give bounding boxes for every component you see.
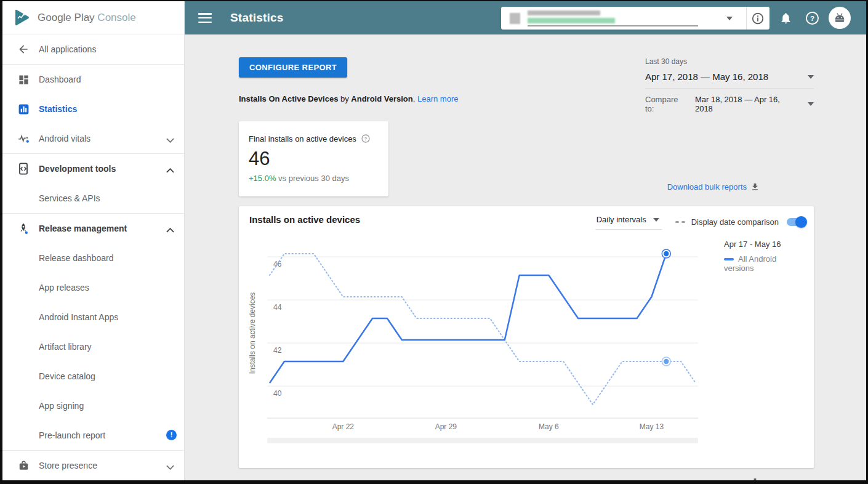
date-range-label: Last 30 days	[645, 57, 814, 66]
svg-text:?: ?	[810, 14, 814, 22]
compare-value: Mar 18, 2018 — Apr 16, 2018	[695, 95, 799, 113]
info-icon[interactable]	[747, 6, 770, 31]
menu-icon[interactable]	[198, 13, 212, 23]
sidebar-item-app-releases[interactable]: App releases	[2, 273, 184, 302]
report-subtitle: Installs On Active Devices by Android Ve…	[239, 94, 458, 103]
google-play-console-logo: Google Play Console	[2, 1, 184, 34]
dropdown-caret-icon[interactable]	[726, 17, 733, 20]
svg-text:40: 40	[273, 389, 282, 398]
date-comparison-toggle[interactable]	[787, 218, 805, 226]
svg-text:May 13: May 13	[640, 422, 664, 431]
download-bulk-reports: Download bulk reports	[185, 182, 760, 192]
toggle-knob	[795, 216, 807, 228]
top-app-bar: Statistics ?	[185, 1, 866, 34]
date-range-value: Apr 17, 2018 — May 16, 2018	[645, 71, 768, 82]
svg-text:Apr 29: Apr 29	[435, 422, 457, 431]
download-bulk-reports-link-2[interactable]: Download bulk reports	[669, 479, 748, 484]
chevron-down-icon[interactable]	[166, 461, 174, 472]
interval-dropdown[interactable]: Daily intervals	[595, 214, 662, 230]
help-icon[interactable]: ?	[800, 6, 824, 30]
dotted-line-icon	[675, 220, 686, 224]
chevron-up-icon[interactable]	[166, 164, 174, 175]
compare-label: Compare to:	[645, 95, 689, 113]
sidebar-item-statistics[interactable]: Statistics	[2, 94, 184, 124]
date-comparison-label: Display date comparison	[691, 217, 779, 227]
learn-more-link[interactable]: Learn more	[417, 94, 458, 103]
sidebar-item-development-tools[interactable]: Development tools	[2, 154, 184, 184]
sidebar-item-release-management[interactable]: Release management	[2, 214, 184, 243]
sidebar-item-release-dashboard[interactable]: Release dashboard	[2, 243, 184, 273]
sidebar-item-store-presence[interactable]: Store presence	[2, 451, 184, 480]
release-management-icon	[17, 222, 30, 235]
alert-badge: !	[166, 430, 177, 440]
sidebar-item-dashboard[interactable]: Dashboard	[2, 65, 184, 94]
date-range-block: Last 30 days Apr 17, 2018 — May 16, 2018…	[645, 57, 814, 113]
notifications-bell-icon[interactable]	[773, 6, 798, 30]
dashboard-icon	[17, 74, 30, 86]
dropdown-caret-icon	[653, 218, 659, 222]
dropdown-caret-icon	[808, 102, 814, 106]
sidebar-item-label: Device catalog	[39, 371, 95, 381]
logo-wordmark: Google Play Console	[38, 12, 136, 24]
sidebar-item-label: Pre-launch report	[39, 430, 105, 440]
android-vitals-icon	[17, 132, 30, 145]
compare-selector[interactable]: Compare to: Mar 18, 2018 — Apr 16, 2018	[645, 89, 814, 113]
chevron-up-icon[interactable]	[166, 224, 174, 235]
svg-text:44: 44	[273, 303, 282, 312]
sidebar-item-label: Statistics	[39, 104, 77, 114]
summary-card-title: Final installs on active devices ?	[249, 134, 379, 143]
legend-series: All Android versions	[724, 254, 804, 273]
sidebar-item-app-signing[interactable]: App signing	[2, 391, 184, 421]
dropdown-caret-icon	[808, 75, 814, 79]
sidebar-item-label: All applications	[39, 44, 96, 54]
summary-value: 46	[249, 148, 379, 170]
app-selector[interactable]	[501, 7, 770, 30]
sidebar-item-label: App signing	[39, 401, 84, 411]
configure-report-button[interactable]: CONFIGURE REPORT	[239, 57, 347, 78]
page-title: Statistics	[230, 11, 283, 25]
legend-period: Apr 17 - May 16	[724, 240, 804, 249]
help-circle-icon[interactable]: ?	[361, 134, 371, 143]
svg-text:Apr 22: Apr 22	[332, 422, 355, 431]
sidebar-item-label: Release management	[39, 224, 127, 233]
app-name-redacted	[528, 10, 698, 26]
sidebar-item-label: Services & APIs	[39, 193, 100, 203]
svg-text:?: ?	[364, 136, 367, 142]
sidebar-item-device-catalog[interactable]: Device catalog	[2, 361, 184, 391]
avatar-android-icon[interactable]	[829, 7, 851, 29]
sidebar-item-services-apis[interactable]: Services & APIs	[2, 184, 184, 213]
sidebar-item-android-instant-apps[interactable]: Android Instant Apps	[2, 302, 184, 332]
chart-card: Installs on active devices Daily interva…	[239, 206, 814, 468]
svg-text:May 6: May 6	[539, 422, 559, 431]
sidebar-item-all-applications[interactable]: All applications	[2, 34, 184, 64]
svg-text:42: 42	[273, 346, 282, 355]
download-icon[interactable]	[750, 182, 760, 192]
sidebar-item-android-vitals[interactable]: Android vitals	[2, 124, 184, 153]
sidebar-item-label: Android vitals	[39, 134, 90, 143]
main-content: CONFIGURE REPORT Installs On Active Devi…	[185, 34, 866, 480]
summary-delta: +15.0% vs previous 30 days	[249, 174, 379, 183]
play-console-logo-icon	[14, 9, 31, 27]
y-axis-title: Installs on active devices	[247, 241, 257, 424]
line-chart[interactable]: 46444240Apr 22Apr 29May 6May 13	[267, 241, 698, 434]
sidebar-item-label: Release dashboard	[39, 253, 113, 263]
sidebar-item-label: Artifact library	[39, 342, 92, 352]
sidebar-item-pre-launch-report[interactable]: Pre-launch report!	[2, 421, 184, 450]
sidebar-item-artifact-library[interactable]: Artifact library	[2, 332, 184, 361]
chart-range-scrollbar[interactable]	[267, 438, 698, 443]
sidebar-item-label: App releases	[39, 283, 89, 292]
download-icon	[750, 477, 760, 484]
statistics-icon	[17, 103, 30, 115]
download-bulk-reports-link[interactable]: Download bulk reports	[667, 182, 747, 192]
chart-title: Installs on active devices	[249, 214, 360, 225]
sidebar-item-label: Development tools	[39, 164, 116, 174]
date-range-selector[interactable]: Apr 17, 2018 — May 16, 2018	[645, 66, 814, 89]
arrow-back-icon	[17, 43, 30, 55]
development-tools-icon	[17, 163, 30, 175]
chevron-down-icon[interactable]	[166, 134, 174, 145]
series-swatch	[724, 258, 734, 260]
app-window: Statistics ?	[0, 0, 868, 484]
sidebar-item-label: Store presence	[39, 461, 97, 470]
interval-dropdown-value: Daily intervals	[597, 215, 646, 224]
delta-percent: +15.0%	[249, 174, 276, 183]
